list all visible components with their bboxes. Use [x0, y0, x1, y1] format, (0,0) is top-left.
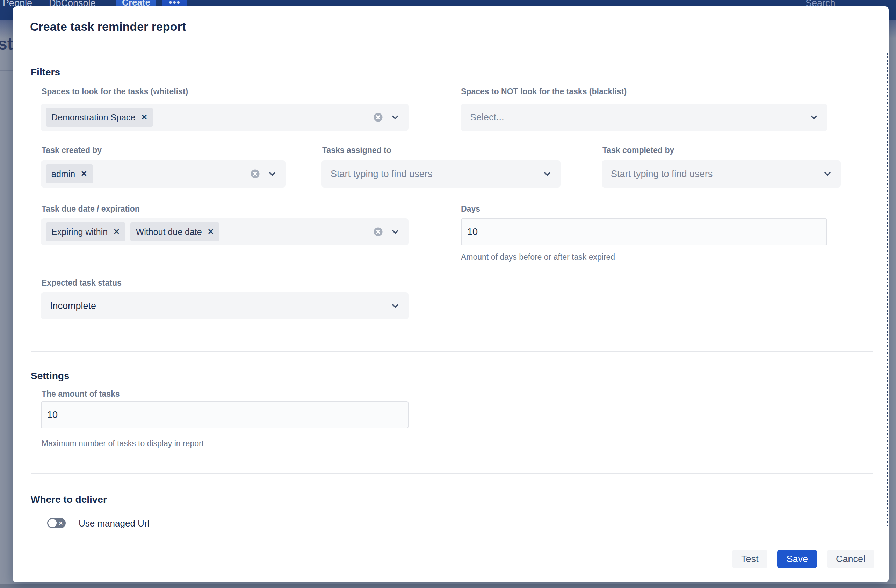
settings-heading: Settings	[31, 370, 69, 382]
chevron-down-icon[interactable]	[809, 112, 819, 122]
save-button[interactable]: Save	[777, 550, 817, 568]
assigned-to-placeholder: Start typing to find users	[326, 169, 542, 179]
completed-by-placeholder: Start typing to find users	[606, 169, 823, 179]
chip-label: Demonstration Space	[51, 112, 135, 123]
amount-of-tasks-input[interactable]	[41, 401, 408, 428]
completed-by-label: Task completed by	[602, 145, 674, 155]
where-to-deliver-heading: Where to deliver	[31, 493, 107, 506]
days-helper-text: Amount of days before or after task expi…	[461, 252, 615, 262]
toggle-knob	[48, 519, 56, 527]
completed-by-select[interactable]: Start typing to find users	[602, 160, 841, 187]
status-selected-value: Incomplete	[46, 301, 390, 311]
dialog-title: Create task reminder report	[30, 19, 186, 34]
chip-remove-icon[interactable]: ✕	[113, 228, 119, 236]
background-bottom-band	[0, 584, 896, 588]
chip-label: Without due date	[136, 227, 202, 237]
section-divider	[31, 351, 873, 352]
due-date-chips: Expiring within ✕ Without due date ✕	[46, 222, 373, 241]
clear-selection-icon[interactable]	[373, 226, 383, 237]
chevron-down-icon[interactable]	[823, 169, 832, 179]
dialog-footer: Test Save Cancel	[732, 550, 874, 568]
chip-remove-icon[interactable]: ✕	[207, 228, 214, 236]
screen: People DbConsole Create ••• Search st Cr…	[0, 0, 896, 588]
chip-without-due-date: Without due date ✕	[130, 222, 219, 241]
chip-label: admin	[51, 169, 75, 179]
due-date-select[interactable]: Expiring within ✕ Without due date ✕	[41, 218, 408, 245]
chevron-down-icon[interactable]	[542, 169, 552, 179]
use-managed-url-toggle[interactable]: ✕	[47, 518, 66, 528]
chip-label: Expiring within	[51, 227, 108, 237]
status-label: Expected task status	[41, 278, 122, 288]
whitelist-select[interactable]: Demonstration Space ✕	[41, 104, 408, 131]
chevron-down-icon[interactable]	[390, 112, 400, 122]
chip-remove-icon[interactable]: ✕	[141, 114, 147, 121]
chevron-down-icon[interactable]	[390, 227, 400, 237]
background-page-heading: st	[0, 34, 13, 53]
section-divider	[31, 474, 873, 474]
chip-demonstration-space: Demonstration Space ✕	[46, 108, 153, 127]
dialog-scroll-body[interactable]: Filters Spaces to look for the tasks (wh…	[14, 51, 888, 528]
blacklist-placeholder: Select...	[466, 112, 809, 123]
filters-heading: Filters	[31, 66, 60, 79]
chip-admin: admin ✕	[46, 164, 93, 183]
whitelist-label: Spaces to look for the tasks (whitelist)	[41, 86, 188, 97]
status-select[interactable]: Incomplete	[41, 292, 408, 319]
create-task-reminder-report-dialog: Create task reminder report Filters Spac…	[13, 6, 889, 582]
cancel-button[interactable]: Cancel	[827, 550, 874, 568]
chip-remove-icon[interactable]: ✕	[81, 170, 87, 178]
test-button[interactable]: Test	[732, 550, 768, 568]
chevron-down-icon[interactable]	[390, 301, 400, 311]
days-label: Days	[461, 204, 480, 214]
due-date-label: Task due date / expiration	[41, 204, 140, 214]
blacklist-label: Spaces to NOT look for the tasks (blackl…	[461, 86, 626, 97]
amount-of-tasks-label: The amount of tasks	[41, 389, 120, 399]
days-input[interactable]	[461, 218, 827, 245]
created-by-chips: admin ✕	[46, 164, 250, 183]
toggle-off-icon: ✕	[58, 521, 63, 526]
amount-helper-text: Maximum number of tasks to display in re…	[41, 438, 204, 449]
chip-expiring-within: Expiring within ✕	[46, 222, 125, 241]
assigned-to-label: Tasks assigned to	[322, 145, 392, 155]
whitelist-chips: Demonstration Space ✕	[46, 108, 373, 127]
created-by-select[interactable]: admin ✕	[41, 160, 285, 187]
chevron-down-icon[interactable]	[267, 169, 277, 179]
blacklist-select[interactable]: Select...	[461, 104, 827, 131]
created-by-label: Task created by	[41, 145, 102, 155]
clear-selection-icon[interactable]	[250, 169, 261, 179]
clear-selection-icon[interactable]	[373, 112, 383, 123]
assigned-to-select[interactable]: Start typing to find users	[322, 160, 561, 187]
use-managed-url-label: Use managed Url	[79, 518, 149, 529]
